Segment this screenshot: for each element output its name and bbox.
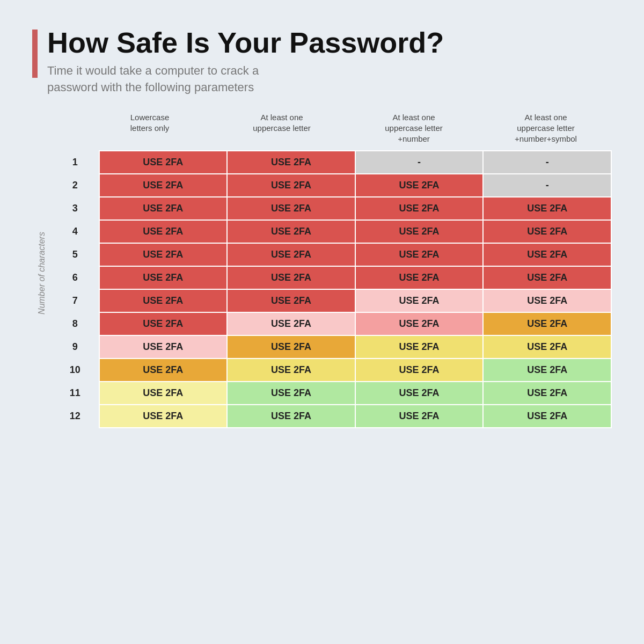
- table-cell: USE 2FA: [227, 151, 355, 174]
- table-row: 4USE 2FAUSE 2FAUSE 2FAUSE 2FA: [52, 220, 611, 243]
- table-cell: -: [355, 151, 484, 174]
- table-cell: USE 2FA: [227, 358, 355, 382]
- col-header-4: At least oneuppercase letter+number+symb…: [480, 112, 612, 150]
- table-cell: USE 2FA: [99, 174, 228, 197]
- table-cell: USE 2FA: [99, 382, 228, 405]
- table-row: 5USE 2FAUSE 2FAUSE 2FAUSE 2FA: [52, 243, 611, 266]
- table-cell: USE 2FA: [99, 405, 228, 428]
- red-bar-accent: [32, 30, 38, 78]
- rotated-label-container: Number of characters: [32, 112, 52, 434]
- page-container: How Safe Is Your Password? Time it would…: [0, 0, 644, 644]
- table-cell: USE 2FA: [355, 382, 484, 405]
- table-cell: USE 2FA: [99, 335, 228, 358]
- table-row: 12USE 2FAUSE 2FAUSE 2FAUSE 2FA: [52, 405, 611, 428]
- table-cell: USE 2FA: [355, 220, 484, 243]
- table-cell: USE 2FA: [227, 405, 355, 428]
- y-axis-label: Number of characters: [37, 232, 47, 314]
- table-row: 11USE 2FAUSE 2FAUSE 2FAUSE 2FA: [52, 382, 611, 405]
- table-cell: USE 2FA: [355, 289, 484, 312]
- row-number: 3: [52, 197, 99, 220]
- table-cell: USE 2FA: [227, 266, 355, 289]
- table-cell: USE 2FA: [483, 197, 611, 220]
- title-text-block: How Safe Is Your Password? Time it would…: [47, 27, 444, 96]
- table-cell: USE 2FA: [483, 358, 611, 382]
- col-header-2: At least oneuppercase letter: [216, 112, 348, 150]
- table-cell: USE 2FA: [227, 174, 355, 197]
- table-cell: USE 2FA: [355, 174, 484, 197]
- row-number: 6: [52, 266, 99, 289]
- row-number: 1: [52, 151, 99, 174]
- table-cell: USE 2FA: [227, 312, 355, 335]
- row-number: 4: [52, 220, 99, 243]
- table-cell: USE 2FA: [355, 197, 484, 220]
- row-number: 2: [52, 174, 99, 197]
- table-cell: USE 2FA: [483, 405, 611, 428]
- table-cell: USE 2FA: [355, 266, 484, 289]
- table-cell: USE 2FA: [483, 382, 611, 405]
- table-cell: USE 2FA: [355, 405, 484, 428]
- table-cell: USE 2FA: [99, 266, 228, 289]
- table-row: 9USE 2FAUSE 2FAUSE 2FAUSE 2FA: [52, 335, 611, 358]
- row-number: 10: [52, 358, 99, 382]
- table-row: 8USE 2FAUSE 2FAUSE 2FAUSE 2FA: [52, 312, 611, 335]
- table-row: 7USE 2FAUSE 2FAUSE 2FAUSE 2FA: [52, 289, 611, 312]
- table-row: 3USE 2FAUSE 2FAUSE 2FAUSE 2FA: [52, 197, 611, 220]
- table-cell: USE 2FA: [355, 335, 484, 358]
- table-cell: USE 2FA: [227, 197, 355, 220]
- row-number: 8: [52, 312, 99, 335]
- table-row: 1USE 2FAUSE 2FA--: [52, 151, 611, 174]
- table-cell: USE 2FA: [483, 312, 611, 335]
- table-cell: USE 2FA: [483, 335, 611, 358]
- password-table: 1USE 2FAUSE 2FA--2USE 2FAUSE 2FAUSE 2FA-…: [52, 150, 612, 428]
- row-number: 9: [52, 335, 99, 358]
- column-headers: Lowercaseletters only At least oneupperc…: [52, 112, 612, 150]
- col-header-1: Lowercaseletters only: [84, 112, 216, 150]
- table-cell: -: [483, 151, 611, 174]
- row-number: 5: [52, 243, 99, 266]
- main-title: How Safe Is Your Password?: [47, 27, 444, 58]
- row-number: 7: [52, 289, 99, 312]
- table-cell: -: [483, 174, 611, 197]
- subtitle: Time it would take a computer to crack a…: [47, 63, 444, 96]
- title-section: How Safe Is Your Password? Time it would…: [32, 27, 612, 96]
- table-cell: USE 2FA: [483, 243, 611, 266]
- table-cell: USE 2FA: [99, 197, 228, 220]
- table-cell: USE 2FA: [99, 220, 228, 243]
- table-cell: USE 2FA: [99, 151, 228, 174]
- table-cell: USE 2FA: [227, 382, 355, 405]
- table-cell: USE 2FA: [227, 289, 355, 312]
- table-cell: USE 2FA: [227, 243, 355, 266]
- table-cell: USE 2FA: [99, 312, 228, 335]
- table-cell: USE 2FA: [99, 358, 228, 382]
- table-area: Lowercaseletters only At least oneupperc…: [52, 112, 612, 428]
- col-header-3: At least oneuppercase letter+number: [348, 112, 480, 150]
- row-number: 11: [52, 382, 99, 405]
- table-row: 2USE 2FAUSE 2FAUSE 2FA-: [52, 174, 611, 197]
- table-cell: USE 2FA: [483, 289, 611, 312]
- table-cell: USE 2FA: [355, 358, 484, 382]
- table-cell: USE 2FA: [355, 312, 484, 335]
- table-wrapper: Number of characters Lowercaseletters on…: [32, 112, 612, 434]
- table-row: 6USE 2FAUSE 2FAUSE 2FAUSE 2FA: [52, 266, 611, 289]
- table-cell: USE 2FA: [227, 335, 355, 358]
- table-cell: USE 2FA: [227, 220, 355, 243]
- table-cell: USE 2FA: [99, 243, 228, 266]
- table-cell: USE 2FA: [355, 243, 484, 266]
- col-header-empty: [52, 112, 84, 150]
- table-row: 10USE 2FAUSE 2FAUSE 2FAUSE 2FA: [52, 358, 611, 382]
- row-number: 12: [52, 405, 99, 428]
- table-cell: USE 2FA: [99, 289, 228, 312]
- table-cell: USE 2FA: [483, 266, 611, 289]
- table-cell: USE 2FA: [483, 220, 611, 243]
